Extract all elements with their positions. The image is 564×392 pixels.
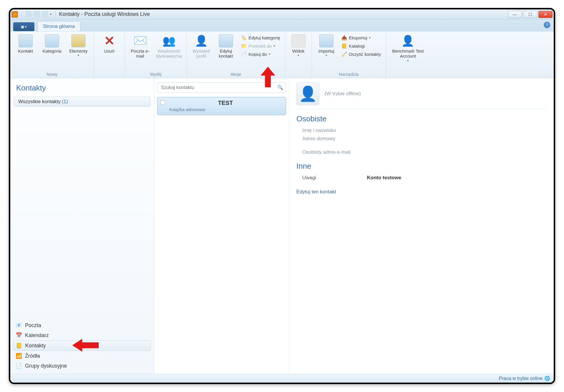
ribbon-label: Wyświetl profil xyxy=(190,48,212,59)
nav-label: Poczta xyxy=(25,322,41,329)
contact-icon xyxy=(19,34,33,47)
qat-home-icon[interactable] xyxy=(33,11,40,18)
ribbon-elementy-button[interactable]: Elementy xyxy=(66,33,91,58)
group-label: Wyślij xyxy=(150,71,161,77)
ribbon-edytuj-kontakt-button[interactable]: Edytuj kontakt xyxy=(214,33,237,60)
nav-item-zrodla[interactable]: 📶Źródła xyxy=(13,351,151,361)
detail-pane: 👤 (W trybie offline) Osobiste Imię i naz… xyxy=(289,78,554,374)
ribbon-kategoria-button[interactable]: Kategoria xyxy=(40,33,64,55)
im-icon: 👥 xyxy=(162,34,176,47)
ribbon-label: Elementy xyxy=(69,48,88,53)
avatar-icon: 👤 xyxy=(296,82,319,105)
tab-row: ▣ ▾ Strona główna ? xyxy=(10,19,554,31)
ribbon-przenies-button[interactable]: 📁Przenieś do xyxy=(239,42,282,50)
app-icon xyxy=(11,11,18,18)
edit-contact-link[interactable]: Edytuj ten kontakt xyxy=(296,189,336,195)
ribbon-widok-button[interactable]: Widok xyxy=(288,33,309,58)
ribbon-small-label: Katalogi xyxy=(349,43,365,48)
qat-new-icon[interactable] xyxy=(25,11,32,18)
nav-label: Grupy dyskusyjne xyxy=(25,363,67,369)
sidebar-all-count: (1) xyxy=(62,99,68,105)
nav-list: 📧Poczta 📅Kalendarz 📒Kontakty 📶Źródła 📄Gr… xyxy=(10,319,154,374)
close-button[interactable]: ✕ xyxy=(538,11,553,18)
svg-marker-0 xyxy=(261,67,275,87)
ribbon-email-button[interactable]: ✉️ Poczta e-mail xyxy=(128,33,152,60)
field-uwagi-label: Uwagi xyxy=(302,175,367,181)
ribbon-label: Edytuj kontakt xyxy=(215,48,237,59)
ribbon-usun-button[interactable]: ✕ Usuń xyxy=(97,33,122,55)
nav-item-poczta[interactable]: 📧Poczta xyxy=(13,320,151,330)
ribbon-group-nowy: Kontakt Kategoria Elementy Nowy xyxy=(10,31,94,78)
nav-item-grupy[interactable]: 📄Grupy dyskusyjne xyxy=(13,361,151,371)
search-icon[interactable]: 🔍 xyxy=(277,85,283,90)
presence-status: (W trybie offline) xyxy=(325,91,361,97)
ribbon-katalogi-button[interactable]: 📒Katalogi xyxy=(340,42,383,50)
field-email-label: Osobisty adres e-mail xyxy=(296,148,547,156)
sidebar-title: Kontakty xyxy=(10,78,154,96)
group-label xyxy=(407,71,409,77)
items-icon xyxy=(71,34,85,47)
field-address-label: Adres domowy xyxy=(296,135,547,143)
ribbon-group-konto: 👤 Benchmark Test Account xyxy=(386,31,430,78)
import-icon xyxy=(319,34,333,47)
ribbon-oczysc-button[interactable]: 🧹Oczyść kontakty xyxy=(340,50,383,58)
field-uwagi-value: Konto testowe xyxy=(367,175,401,181)
help-icon[interactable]: ? xyxy=(544,22,550,28)
catalog-icon: 📒 xyxy=(341,43,347,49)
section-header-osobiste: Osobiste xyxy=(296,114,547,123)
ribbon-group-narzedzia: Importuj 📤Eksportuj 📒Katalogi 🧹Oczyść ko… xyxy=(312,31,386,78)
ribbon-eksportuj-button[interactable]: 📤Eksportuj xyxy=(340,34,383,41)
sidebar-all-contacts[interactable]: Wszystkie kontakty (1) xyxy=(14,97,150,107)
ribbon-kopiuj-button[interactable]: 📄Kopiuj do xyxy=(239,50,282,58)
ribbon-small-label: Edytuj kategorię xyxy=(249,35,280,40)
contact-list-item[interactable]: TEST Książka adresowa xyxy=(157,97,286,115)
mail-icon: 📧 xyxy=(16,322,22,329)
app-window: ▾ Kontakty - Poczta usługi Windows Live … xyxy=(9,8,555,384)
ribbon-label: Widok xyxy=(292,48,305,53)
globe-icon: 🌐 xyxy=(544,376,550,381)
calendar-icon: 📅 xyxy=(16,332,22,339)
svg-marker-1 xyxy=(72,339,99,352)
qat-dropdown-icon[interactable]: ▾ xyxy=(50,12,52,16)
annotation-arrow-icon xyxy=(261,67,275,87)
feeds-icon: 📶 xyxy=(16,353,22,359)
tab-label: Strona główna xyxy=(43,24,75,29)
maximize-button[interactable]: ☐ xyxy=(523,11,537,18)
edit-contact-icon xyxy=(219,34,233,47)
contact-list-column: 🔍 TEST Książka adresowa xyxy=(154,78,289,374)
ribbon-group-usun: ✕ Usuń xyxy=(94,31,125,78)
account-icon: 👤 xyxy=(401,34,415,47)
edit-category-icon: 🏷️ xyxy=(241,35,247,41)
annotation-arrow-icon xyxy=(72,339,99,352)
ribbon-group-wyslij: ✉️ Poczta e-mail 👥 Wiadomość błyskawiczn… xyxy=(125,31,187,78)
ribbon-label: Wiadomość błyskawiczna xyxy=(155,48,183,59)
move-icon: 📁 xyxy=(241,43,247,49)
sidebar-all-label: Wszystkie kontakty xyxy=(18,99,61,105)
tab-home[interactable]: Strona główna xyxy=(37,21,80,31)
profile-icon: 👤 xyxy=(194,34,208,47)
category-icon xyxy=(45,34,59,47)
group-label xyxy=(109,71,110,77)
nav-item-kontakty[interactable]: 📒Kontakty xyxy=(13,340,151,351)
clean-icon: 🧹 xyxy=(341,51,347,57)
ribbon-small-label: Przenieś do xyxy=(249,43,272,48)
ribbon-importuj-button[interactable]: Importuj xyxy=(315,33,338,58)
ribbon-account-button[interactable]: 👤 Benchmark Test Account xyxy=(389,33,427,63)
delete-icon: ✕ xyxy=(102,34,116,47)
app-menu-button[interactable]: ▣ ▾ xyxy=(13,22,34,31)
ribbon-im-button[interactable]: 👥 Wiadomość błyskawiczna xyxy=(154,33,184,60)
ribbon-small-label: Eksportuj xyxy=(349,35,367,40)
group-label: Narzędzia xyxy=(339,71,359,77)
minimize-button[interactable]: — xyxy=(508,11,522,18)
ribbon-kontakt-button[interactable]: Kontakt xyxy=(13,33,38,55)
export-icon: 📤 xyxy=(341,35,347,41)
ribbon-label: Benchmark Test Account xyxy=(390,48,427,59)
checkbox[interactable] xyxy=(160,100,165,105)
ribbon-small-label: Oczyść kontakty xyxy=(349,52,381,57)
ribbon-group-widok: Widok xyxy=(285,31,312,78)
qat-print-icon[interactable] xyxy=(42,11,48,18)
group-label xyxy=(298,71,299,77)
contacts-icon: 📒 xyxy=(16,342,22,349)
ribbon-profil-button[interactable]: 👤 Wyświetl profil xyxy=(190,33,213,60)
ribbon-edytuj-kategorie-button[interactable]: 🏷️Edytuj kategorię xyxy=(239,34,282,41)
